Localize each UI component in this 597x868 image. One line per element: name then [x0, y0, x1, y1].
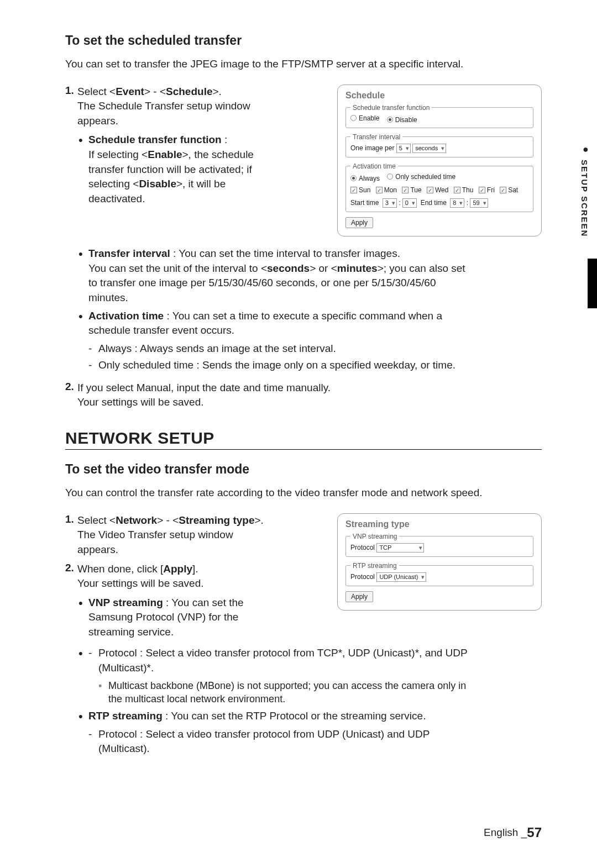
figure-title: Streaming type — [345, 519, 533, 529]
heading-network-setup: NETWORK SETUP — [65, 429, 542, 450]
heading-video-transfer: To set the video transfer mode — [65, 462, 542, 477]
day-label: Fri — [487, 186, 495, 194]
select-start-min[interactable]: 0 — [402, 198, 417, 208]
checkbox-sun[interactable]: ✓Sun — [350, 186, 370, 194]
heading-scheduled-transfer: To set the scheduled transfer — [65, 33, 542, 48]
list-number: 1. — [65, 513, 77, 557]
radio-label: Enable — [359, 114, 379, 122]
group-rtp-streaming: RTP streaming Protocol UDP (Unicast) — [345, 562, 533, 586]
checkbox-wed[interactable]: ✓Wed — [427, 186, 448, 194]
select-start-hour[interactable]: 3 — [383, 198, 397, 208]
group-activation-time: Activation time Always Only scheduled ti… — [345, 162, 533, 213]
label: One image per — [350, 144, 394, 151]
select-end-hour[interactable]: 8 — [450, 198, 464, 208]
day-label: Thu — [462, 186, 474, 194]
radio-label: Always — [359, 175, 380, 182]
checkbox-fri[interactable]: ✓Fri — [479, 186, 495, 194]
page-footer: English _57 — [484, 825, 542, 840]
list-item: Always : Always sends an image at the se… — [88, 341, 475, 356]
figure-schedule: Schedule Schedule transfer function Enab… — [337, 85, 542, 237]
legend: RTP streaming — [350, 562, 399, 570]
list-item: Only scheduled time : Sends the image on… — [88, 358, 475, 373]
list-number: 1. — [65, 85, 77, 210]
list-item: Protocol : Select a video transfer proto… — [88, 727, 475, 756]
select-vnp-protocol[interactable]: TCP — [376, 543, 424, 553]
day-label: Wed — [435, 186, 448, 194]
label: Protocol — [350, 572, 375, 580]
day-label: Tue — [410, 186, 421, 194]
list-number: 2. — [65, 562, 77, 643]
list-item: Transfer interval : You can set the time… — [77, 246, 475, 305]
checkbox-thu[interactable]: ✓Thu — [454, 186, 474, 194]
group-schedule-transfer-function: Schedule transfer function Enable Disabl… — [345, 104, 533, 128]
radio-disable[interactable]: Disable — [387, 116, 417, 124]
list-item: VNP streaming : You can set the Samsung … — [77, 596, 276, 640]
list-item: Schedule transfer function : If selectin… — [77, 133, 276, 206]
list-item: Protocol : Select a video transfer proto… — [88, 646, 475, 675]
legend: VNP streaming — [350, 533, 399, 540]
list-item: RTP streaming : You can set the RTP Prot… — [77, 709, 475, 756]
legend: Schedule transfer function — [350, 104, 432, 112]
apply-button[interactable]: Apply — [345, 217, 373, 228]
legend: Transfer interval — [350, 133, 402, 141]
step-text: When done, click [Apply]. Your settings … — [77, 562, 276, 643]
radio-label: Only scheduled time — [395, 173, 455, 181]
intro-paragraph: You can control the transfer rate accord… — [65, 486, 542, 500]
list-item-continuation: Protocol : Select a video transfer proto… — [77, 646, 475, 706]
radio-enable[interactable]: Enable — [350, 114, 379, 122]
day-label: Sun — [359, 186, 370, 194]
select-interval-unit[interactable]: seconds — [412, 144, 446, 153]
radio-always[interactable]: Always — [350, 175, 380, 182]
list-item: Activation time : You can set a time to … — [77, 309, 475, 373]
radio-only-scheduled[interactable]: Only scheduled time — [387, 173, 455, 181]
group-vnp-streaming: VNP streaming Protocol TCP — [345, 533, 533, 557]
checkbox-tue[interactable]: ✓Tue — [402, 186, 421, 194]
apply-button[interactable]: Apply — [345, 591, 373, 602]
step-text: Select <Event> - <Schedule>. The Schedul… — [77, 85, 276, 210]
checkbox-mon[interactable]: ✓Mon — [376, 186, 397, 194]
note-item: Multicast backbone (MBone) is not suppor… — [98, 679, 475, 706]
legend: Activation time — [350, 162, 398, 170]
radio-label: Disable — [395, 116, 417, 124]
figure-streaming-type: Streaming type VNP streaming Protocol TC… — [337, 513, 542, 611]
day-label: Mon — [384, 186, 397, 194]
select-interval-value[interactable]: 5 — [396, 144, 411, 153]
figure-title: Schedule — [345, 91, 533, 101]
end-time-label: End time — [421, 199, 447, 207]
select-rtp-protocol[interactable]: UDP (Unicast) — [376, 572, 426, 582]
step-text: If you select Manual, input the date and… — [77, 381, 475, 410]
intro-paragraph: You can set to transfer the JPEG image t… — [65, 57, 542, 71]
group-transfer-interval: Transfer interval One image per 5 second… — [345, 133, 533, 157]
checkbox-sat[interactable]: ✓Sat — [500, 186, 518, 194]
label: Protocol — [350, 543, 375, 551]
step-text: Select <Network> - <Streaming type>. The… — [77, 513, 276, 557]
start-time-label: Start time — [350, 199, 379, 207]
day-label: Sat — [508, 186, 518, 194]
select-end-min[interactable]: 59 — [470, 198, 488, 208]
list-number: 2. — [65, 381, 77, 410]
